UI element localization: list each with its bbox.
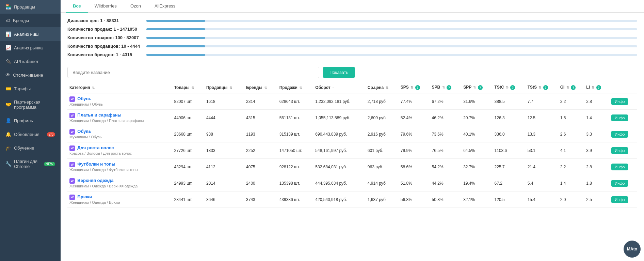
col-category: Категория ⇅ xyxy=(67,82,172,93)
cell-tsts-5: 5.4 xyxy=(526,175,558,191)
category-path-3: Красота / Волосы / Для роста волос xyxy=(69,151,132,155)
cell-tsts-4: 21.4 xyxy=(526,159,558,175)
tariffs-icon: 💳 xyxy=(5,86,11,91)
cell-sales-3: 1471050 шт. xyxy=(277,142,313,159)
w-icon-5: W xyxy=(69,178,75,184)
filter-price-fill xyxy=(146,20,205,22)
partner-icon: 🤝 xyxy=(5,102,11,107)
cell-tsts-1: 12.5 xyxy=(526,110,558,126)
info-button-5[interactable]: Инфо xyxy=(611,180,628,187)
help-icon-spp[interactable]: ? xyxy=(478,85,483,90)
cell-products-0: 82007 шт. xyxy=(172,93,204,110)
w-icon-0: W xyxy=(69,96,75,102)
sort-icon-brands[interactable]: ⇅ xyxy=(264,86,267,90)
cell-sales-4: 928122 шт. xyxy=(277,159,313,175)
sidebar-item-api-cabinet[interactable]: 🔌 API кабинет xyxy=(0,55,61,68)
help-icon-tsts[interactable]: ? xyxy=(543,85,548,90)
filter-price-slider[interactable] xyxy=(146,20,637,22)
cell-products-1: 44906 шт. xyxy=(172,110,204,126)
info-button-3[interactable]: Инфо xyxy=(611,147,628,154)
sidebar-item-tariffs[interactable]: 💳 Тарифы xyxy=(0,82,61,95)
help-icon-tstc[interactable]: ? xyxy=(510,85,515,90)
col-sales: Продажи ⇅ xyxy=(277,82,313,93)
sidebar-item-label: Анализ ниш xyxy=(14,32,38,37)
filter-brands-fill xyxy=(146,54,205,56)
avatar[interactable]: MAto xyxy=(624,241,641,258)
category-path-1: Женщинам / Одежда / Платья и сарафаны xyxy=(69,119,144,123)
sidebar-item-label: Тарифы xyxy=(14,86,31,91)
info-button-4[interactable]: Инфо xyxy=(611,164,628,170)
sidebar-item-market-analysis[interactable]: 📈 Анализ рынка xyxy=(0,41,61,55)
sort-icon-tsts[interactable]: ⇅ xyxy=(538,86,541,89)
sidebar-item-brands[interactable]: 🏷 Бренды xyxy=(0,14,61,27)
info-button-2[interactable]: Инфо xyxy=(611,131,628,138)
sidebar-item-label: Профиль xyxy=(14,118,33,123)
cell-avg-price-5: 4,914 руб. xyxy=(366,175,399,191)
sort-icon-li[interactable]: ⇅ xyxy=(592,86,594,89)
tab-aliexpress[interactable]: AliExpress xyxy=(148,0,182,13)
sidebar-item-profile[interactable]: 👤 Профиль xyxy=(0,114,61,127)
help-icon-sps[interactable]: ? xyxy=(415,85,420,90)
help-icon-li[interactable]: ? xyxy=(596,85,601,90)
category-name-6[interactable]: Брюки xyxy=(77,194,92,199)
filter-brands-slider[interactable] xyxy=(146,54,637,56)
sort-icon-sellers[interactable]: ⇅ xyxy=(229,86,232,90)
filter-sales-label: Количество продаж: 1 - 1471050 xyxy=(67,27,142,32)
data-table-wrap: Категория ⇅ Товары ⇅ Продавцы ⇅ Бренды ⇅ xyxy=(61,82,644,208)
sort-icon-gi[interactable]: ⇅ xyxy=(566,86,569,89)
category-name-4[interactable]: Футболки и топы xyxy=(77,162,115,167)
info-button-0[interactable]: Инфо xyxy=(611,98,628,105)
tab-wildberries[interactable]: Wildberries xyxy=(88,0,124,13)
category-path-2: Мужчинам / Обувь xyxy=(69,135,102,139)
table-row: W Обувь Женщинам / Обувь 82007 шт. 1618 … xyxy=(67,93,637,110)
avatar-initials: MAto xyxy=(627,247,637,251)
sidebar-item-sellers[interactable]: 🏪 Продавцы xyxy=(0,0,61,14)
cell-tstc-0: 388.5 xyxy=(493,93,526,110)
sort-icon-tstc[interactable]: ⇅ xyxy=(506,86,509,89)
filter-sales-slider[interactable] xyxy=(146,28,637,30)
category-path-6: Женщинам / Одежда / Брюки xyxy=(69,200,120,204)
cell-sps-0: 77.4% xyxy=(399,93,430,110)
search-input[interactable] xyxy=(67,67,319,78)
sort-icon-category[interactable]: ⇅ xyxy=(92,86,95,90)
filter-sellers-slider[interactable] xyxy=(146,45,637,47)
category-name-1[interactable]: Платья и сарафаны xyxy=(77,112,121,118)
help-icon-spb[interactable]: ? xyxy=(447,85,451,90)
sidebar-item-learning[interactable]: 🎓 Обучение xyxy=(0,141,61,155)
info-button-1[interactable]: Инфо xyxy=(611,114,628,121)
sort-icon-sales[interactable]: ⇅ xyxy=(299,86,302,90)
sort-icon-spb[interactable]: ⇅ xyxy=(442,86,445,89)
category-name-2[interactable]: Обувь xyxy=(77,129,91,134)
tracking-icon: 👁 xyxy=(5,72,10,78)
filter-products-fill xyxy=(146,37,205,39)
col-revenue: Оборот ↑ xyxy=(313,82,365,93)
cell-li-4: 2.8 xyxy=(584,159,609,175)
filter-products-slider[interactable] xyxy=(146,37,637,39)
col-tsts: TStS ⇅ ? xyxy=(526,82,558,93)
sidebar-item-updates[interactable]: 🔔 Обновления 2/6 xyxy=(0,127,61,141)
cell-brands-3: 2252 xyxy=(244,142,277,159)
cell-products-2: 23668 шт. xyxy=(172,126,204,142)
tab-ozon[interactable]: Ozon xyxy=(124,0,148,13)
show-button[interactable]: Показать xyxy=(323,67,355,78)
sort-icon-revenue[interactable]: ↑ xyxy=(332,86,334,90)
cell-action-4: Инфо xyxy=(609,159,637,175)
category-name-3[interactable]: Для роста волос xyxy=(77,145,114,150)
cell-avg-price-4: 963 руб. xyxy=(366,159,399,175)
sidebar-item-partner-program[interactable]: 🤝 Партнерская программа xyxy=(0,95,61,114)
tab-all[interactable]: Все xyxy=(66,0,88,13)
sort-icon-sps[interactable]: ⇅ xyxy=(410,86,413,89)
cell-tstc-3: 1103.6 xyxy=(493,142,526,159)
cell-action-3: Инфо xyxy=(609,142,637,159)
help-icon-gi[interactable]: ? xyxy=(571,85,576,90)
sort-icon-spp[interactable]: ⇅ xyxy=(473,86,476,89)
sidebar-item-niche-analysis[interactable]: 📊 Анализ ниш xyxy=(0,27,61,41)
sort-icon-products[interactable]: ⇅ xyxy=(191,86,194,90)
sort-icon-avg-price[interactable]: ⇅ xyxy=(386,86,388,90)
cell-spp-3: 64.5% xyxy=(461,142,492,159)
category-name-0[interactable]: Обувь xyxy=(77,96,91,101)
info-button-6[interactable]: Инфо xyxy=(611,196,628,203)
category-name-5[interactable]: Верхняя одежда xyxy=(77,178,113,183)
sidebar-item-tracking[interactable]: 👁 Отслеживание xyxy=(0,68,61,82)
sidebar-item-chrome-plugin[interactable]: 🔧 Плагин для Chrome NEW xyxy=(0,155,61,173)
